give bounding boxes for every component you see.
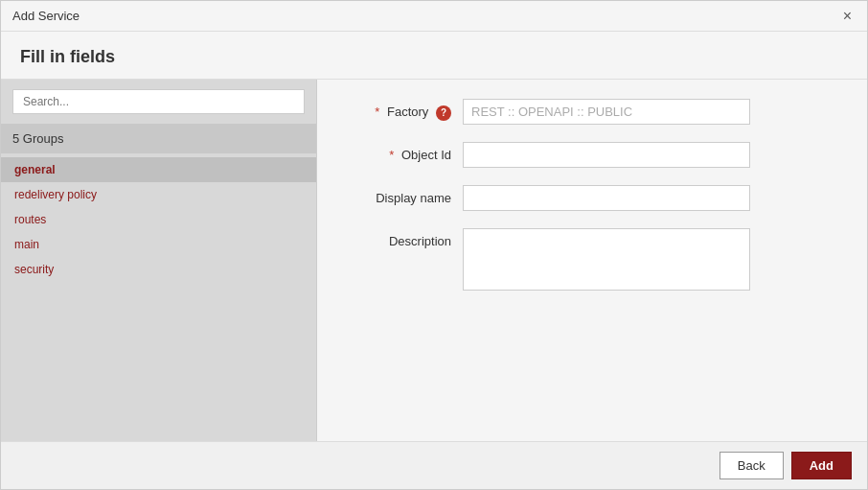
back-button[interactable]: Back <box>720 452 784 479</box>
factory-help-icon[interactable]: ? <box>436 105 451 121</box>
search-input[interactable] <box>12 89 305 114</box>
dialog-titlebar: Add Service × <box>1 1 867 32</box>
display-name-input[interactable] <box>463 185 750 211</box>
sidebar-item-security[interactable]: security <box>1 257 316 282</box>
sidebar-item-redelivery-policy[interactable]: redelivery policy <box>1 182 316 207</box>
dialog-body: 5 Groups general redelivery policy route… <box>1 80 867 441</box>
required-star-factory: * <box>375 105 379 119</box>
display-name-label: Display name <box>346 185 451 205</box>
object-id-row: * Object Id <box>346 142 838 168</box>
sidebar-item-general[interactable]: general <box>1 157 316 182</box>
dialog-subtitle: Fill in fields <box>1 32 867 80</box>
sidebar: 5 Groups general redelivery policy route… <box>1 80 317 441</box>
nav-items: general redelivery policy routes main se… <box>1 153 316 286</box>
description-label: Description <box>346 228 451 248</box>
dialog: Add Service × Fill in fields 5 Groups ge… <box>0 0 868 490</box>
description-textarea[interactable] <box>463 228 750 291</box>
object-id-label: * Object Id <box>346 142 451 162</box>
description-row: Description <box>346 228 838 291</box>
dialog-title: Add Service <box>12 9 80 23</box>
display-name-row: Display name <box>346 185 838 211</box>
dialog-footer: Back Add <box>1 441 867 489</box>
sidebar-item-main[interactable]: main <box>1 232 316 257</box>
groups-header: 5 Groups <box>1 124 316 153</box>
factory-label: * Factory ? <box>346 99 451 121</box>
factory-input[interactable] <box>463 99 750 125</box>
factory-row: * Factory ? <box>346 99 838 125</box>
main-content: * Factory ? * Object Id Display name <box>317 80 867 441</box>
search-container <box>1 80 316 124</box>
sidebar-item-routes[interactable]: routes <box>1 207 316 232</box>
required-star-object-id: * <box>389 148 394 162</box>
object-id-input[interactable] <box>463 142 750 168</box>
add-button[interactable]: Add <box>791 452 852 479</box>
close-button[interactable]: × <box>839 7 856 26</box>
